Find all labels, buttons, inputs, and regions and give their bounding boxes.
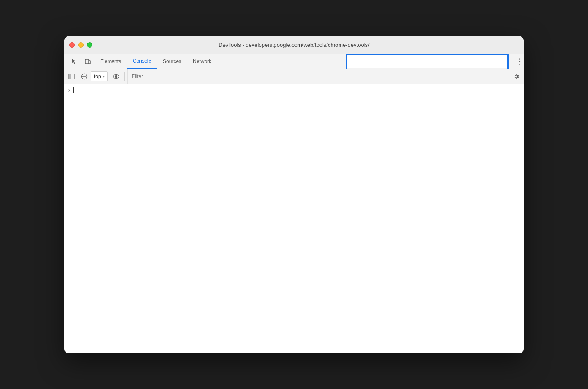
tab-elements[interactable]: Elements — [94, 54, 127, 69]
console-content[interactable]: › — [64, 84, 524, 353]
tab-console[interactable]: Console — [127, 54, 157, 69]
filter-input[interactable] — [129, 71, 213, 81]
sidebar-toggle-button[interactable] — [66, 71, 78, 82]
tab-sources[interactable]: Sources — [157, 54, 187, 69]
execution-context-select[interactable]: top ▾ — [91, 71, 108, 81]
more-options-button[interactable] — [519, 54, 524, 69]
console-prompt-arrow: › — [68, 87, 71, 93]
console-input-line: › — [64, 86, 524, 94]
highlight-box: Performance Memory » Default levels ▼ — [346, 54, 509, 69]
svg-rect-0 — [85, 59, 89, 64]
settings-gear-button[interactable] — [510, 71, 522, 82]
console-cursor — [74, 87, 74, 93]
traffic-lights — [69, 42, 92, 48]
clear-console-button[interactable] — [79, 71, 90, 82]
window-title: DevTools - developers.google.com/web/too… — [218, 42, 369, 48]
inspect-cursor-button[interactable] — [68, 54, 81, 69]
svg-rect-1 — [89, 61, 90, 64]
toolbar-divider — [124, 72, 125, 81]
live-expression-button[interactable] — [110, 71, 122, 82]
title-bar: DevTools - developers.google.com/web/too… — [64, 36, 524, 54]
tab-network[interactable]: Network — [187, 54, 217, 69]
console-toolbar: top ▾ — [64, 69, 524, 84]
devtools-window: DevTools - developers.google.com/web/too… — [64, 36, 524, 353]
filter-wrapper — [127, 69, 509, 84]
close-button[interactable] — [69, 42, 75, 48]
more-dots-icon — [519, 58, 520, 65]
device-toggle-button[interactable] — [81, 54, 94, 69]
select-chevron-icon: ▾ — [103, 74, 105, 79]
svg-point-7 — [115, 76, 117, 78]
console-toolbar-right — [510, 71, 522, 82]
maximize-button[interactable] — [87, 42, 92, 48]
minimize-button[interactable] — [78, 42, 84, 48]
svg-rect-3 — [69, 74, 71, 79]
devtools-tabs-bar: Elements Console Sources Network Perform… — [64, 54, 524, 69]
